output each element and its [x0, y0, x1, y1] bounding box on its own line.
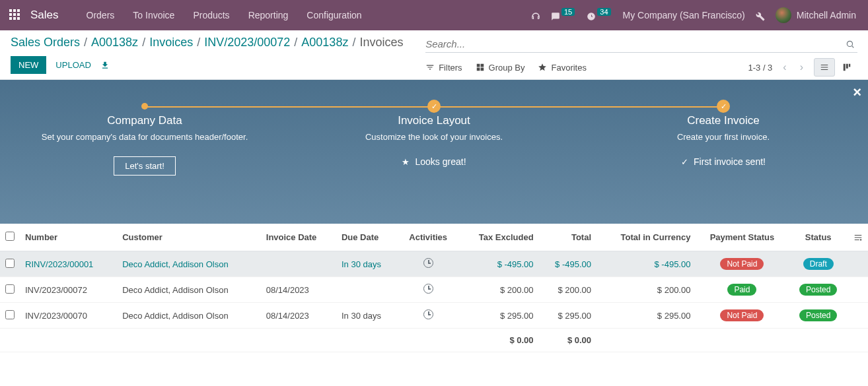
cell-activities: [398, 303, 458, 329]
status-badge: Draft: [803, 258, 834, 270]
table-body: RINV/2023/00001Deco Addict, Addison Olso…: [0, 251, 868, 329]
table-row[interactable]: RINV/2023/00001Deco Addict, Addison Olso…: [0, 251, 868, 277]
column-header[interactable]: Total: [539, 224, 597, 251]
svg-point-6: [860, 240, 861, 241]
breadcrumb: Sales Orders/A00138z/Invoices/INV/2023/0…: [11, 36, 425, 49]
company-selector[interactable]: My Company (San Francisco): [623, 10, 745, 20]
cell-total: $ 295.00: [539, 303, 597, 329]
view-switcher: [814, 58, 857, 77]
list-view-button[interactable]: [814, 58, 835, 77]
row-checkbox[interactable]: [5, 310, 15, 319]
clock-icon[interactable]: [423, 309, 433, 319]
search-bar: [425, 36, 857, 53]
column-header[interactable]: Status: [788, 224, 848, 251]
breadcrumb-item[interactable]: A00138z: [91, 36, 138, 49]
breadcrumb-item[interactable]: INV/2023/00072: [204, 36, 290, 49]
checkbox-cell: [0, 251, 20, 277]
row-checkbox[interactable]: [5, 284, 15, 294]
search-icon[interactable]: [843, 39, 857, 49]
apps-icon[interactable]: [9, 9, 21, 21]
brand-label[interactable]: Sales: [30, 9, 59, 22]
cell-number[interactable]: INV/2023/00072: [20, 277, 117, 303]
column-header[interactable]: Due Date: [336, 224, 398, 251]
cell-number[interactable]: INV/2023/00070: [20, 303, 117, 329]
cell-total: $ 200.00: [539, 277, 597, 303]
column-header[interactable]: Number: [20, 224, 117, 251]
svg-rect-4: [846, 64, 848, 69]
cell-customer[interactable]: Deco Addict, Addison Olson: [117, 277, 261, 303]
step-dot: ✓: [717, 100, 730, 113]
filters-button[interactable]: Filters: [425, 60, 462, 75]
column-header[interactable]: Tax Excluded: [458, 224, 539, 251]
svg-point-1: [847, 42, 852, 47]
step-title: Invoice Layout: [289, 114, 579, 127]
nav-link-configuration[interactable]: Configuration: [297, 10, 371, 20]
kanban-view-button[interactable]: [836, 58, 857, 77]
column-header[interactable]: Invoice Date: [261, 224, 336, 251]
activities-icon[interactable]: 34: [587, 9, 612, 20]
step-action[interactable]: Let's start!: [114, 156, 176, 176]
payment-status-badge: Paid: [727, 284, 756, 296]
footer-tax-excluded: $ 0.00: [458, 329, 539, 352]
svg-rect-5: [849, 64, 850, 67]
column-header[interactable]: Activities: [398, 224, 458, 251]
step-button[interactable]: Let's start!: [114, 156, 176, 176]
row-checkbox[interactable]: [5, 259, 15, 268]
pager-prev-icon[interactable]: ‹: [780, 61, 789, 73]
favorites-button[interactable]: Favorites: [538, 60, 586, 75]
control-panel: Sales Orders/A00138z/Invoices/INV/2023/0…: [0, 30, 868, 80]
select-all-checkbox[interactable]: [5, 232, 15, 241]
new-button[interactable]: NEW: [11, 56, 46, 74]
download-icon[interactable]: [100, 60, 110, 71]
clock-icon[interactable]: [423, 284, 433, 294]
cell-invoice-date: [261, 251, 336, 277]
groupby-label: Group By: [489, 63, 525, 73]
cell-total-currency: $ 295.00: [597, 303, 696, 329]
spacer-cell: [848, 251, 868, 277]
nav-link-products[interactable]: Products: [184, 10, 238, 20]
cell-number[interactable]: RINV/2023/00001: [20, 251, 117, 277]
user-menu[interactable]: Mitchell Admin: [776, 7, 856, 23]
column-header[interactable]: Customer: [117, 224, 261, 251]
step-title: Company Data: [0, 114, 289, 127]
onboarding-step: ✓Create InvoiceCreate your first invoice…: [579, 114, 868, 176]
cell-invoice-date: 08/14/2023: [261, 277, 336, 303]
step-description: Create your first invoice.: [579, 131, 868, 143]
step-status-label: First invoice sent!: [694, 156, 766, 167]
table-row[interactable]: INV/2023/00072Deco Addict, Addison Olson…: [0, 277, 868, 303]
nav-link-reporting[interactable]: Reporting: [239, 10, 298, 20]
column-header[interactable]: Payment Status: [696, 224, 788, 251]
favorites-label: Favorites: [551, 63, 586, 73]
breadcrumb-item[interactable]: Invoices: [149, 36, 193, 49]
cell-total-currency: $ 200.00: [597, 277, 696, 303]
pager-next-icon[interactable]: ›: [797, 61, 806, 73]
cell-customer[interactable]: Deco Addict, Addison Olson: [117, 251, 261, 277]
pager-text[interactable]: 1-3 / 3: [748, 63, 772, 73]
footer-total: $ 0.00: [539, 329, 597, 352]
checkbox-cell: [0, 303, 20, 329]
table-row[interactable]: INV/2023/00070Deco Addict, Addison Olson…: [0, 303, 868, 329]
tray-support-icon[interactable]: [531, 9, 540, 20]
debug-icon[interactable]: [756, 9, 765, 20]
groupby-button[interactable]: Group By: [476, 60, 525, 75]
breadcrumb-item[interactable]: Sales Orders: [11, 36, 80, 49]
search-input[interactable]: [425, 36, 843, 52]
column-settings-icon[interactable]: [848, 224, 868, 251]
breadcrumb-item[interactable]: A00138z: [301, 36, 348, 49]
nav-link-to-invoice[interactable]: To Invoice: [124, 10, 184, 20]
activities-count: 34: [597, 8, 610, 16]
invoice-table: NumberCustomerInvoice DateDue DateActivi…: [0, 224, 868, 352]
nav-link-orders[interactable]: Orders: [77, 10, 124, 20]
step-action: ★Looks great!: [402, 156, 466, 167]
cell-customer[interactable]: Deco Addict, Addison Olson: [117, 303, 261, 329]
cell-invoice-date: 08/14/2023: [261, 303, 336, 329]
step-dot: [141, 103, 148, 110]
invoice-list: NumberCustomerInvoice DateDue DateActivi…: [0, 224, 868, 352]
navbar-right: 15 34 My Company (San Francisco) Mitchel…: [531, 7, 863, 23]
column-header[interactable]: Total in Currency: [597, 224, 696, 251]
navbar-left: Sales OrdersTo InvoiceProductsReportingC…: [5, 9, 371, 22]
clock-icon[interactable]: [423, 258, 433, 268]
upload-button[interactable]: UPLOAD: [55, 56, 90, 74]
cell-due-date: In 30 days: [336, 303, 398, 329]
messages-icon[interactable]: 15: [551, 9, 576, 20]
